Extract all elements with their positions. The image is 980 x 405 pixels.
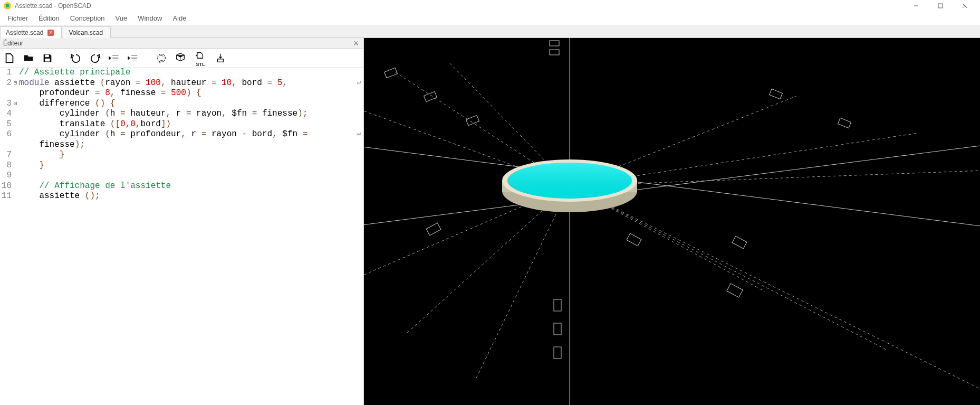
svg-rect-8 [45, 54, 49, 57]
unindent-icon[interactable] [108, 52, 120, 64]
code-line[interactable]: // Assiette principale [19, 68, 363, 78]
rendered-plate [502, 159, 637, 212]
editor-panel-title: Éditeur [3, 40, 23, 47]
fold-gutter[interactable]: ⊟⊟ [14, 68, 19, 405]
file-tab-bar: Assiette.scad Volcan.scad [0, 25, 980, 38]
code-line[interactable]: module assiette (rayon = 100, hauteur = … [19, 78, 363, 89]
redo-icon[interactable] [89, 52, 101, 64]
save-file-icon[interactable] [41, 52, 54, 64]
menu-vue[interactable]: Vue [110, 12, 133, 24]
menu-edition[interactable]: Édition [33, 12, 65, 24]
undo-icon[interactable] [70, 52, 82, 64]
open-file-icon[interactable] [22, 52, 35, 64]
code-line[interactable]: } [19, 150, 363, 161]
code-line[interactable]: assiette (); [19, 191, 363, 202]
close-panel-button[interactable] [352, 39, 360, 48]
tab-label: Assiette.scad [6, 29, 43, 36]
main-split: Éditeur [0, 38, 980, 405]
app-icon [3, 2, 12, 10]
code-text[interactable]: // Assiette principalemodule assiette (r… [19, 68, 363, 405]
tab-label: Volcan.scad [69, 29, 103, 36]
window-title: Assiette.scad - OpenSCAD [15, 2, 91, 10]
line-number-gutter: 1234567891011 [0, 68, 14, 405]
close-window-button[interactable] [953, 0, 977, 12]
minimize-button[interactable] [904, 0, 928, 12]
code-line[interactable]: cylinder (h = profondeur, r = rayon - bo… [19, 129, 363, 140]
code-line[interactable]: difference () { [19, 99, 363, 109]
code-line[interactable]: profondeur = 8, finesse = 500) { [19, 88, 363, 99]
wrap-indicator-icon: ↩ [357, 78, 361, 89]
code-editor[interactable]: 1234567891011 ⊟⊟ // Assiette principalem… [0, 68, 363, 405]
indent-icon[interactable] [127, 52, 139, 64]
menu-window[interactable]: Window [132, 12, 167, 24]
code-line[interactable]: cylinder (h = hauteur, r = rayon, $fn = … [19, 109, 363, 119]
wrap-indicator-icon: ↩ [357, 129, 361, 140]
editor-toolbar: » STL [0, 49, 363, 68]
svg-rect-12 [218, 59, 224, 62]
menu-conception[interactable]: Conception [65, 12, 110, 24]
new-file-icon[interactable] [3, 52, 16, 64]
stl-label: STL [196, 62, 205, 67]
tab-volcan[interactable]: Volcan.scad [63, 26, 111, 38]
code-line[interactable]: // Affichage de l'assiette [19, 181, 363, 192]
render-icon[interactable] [174, 52, 187, 64]
tab-assiette[interactable]: Assiette.scad [0, 26, 62, 38]
svg-rect-1 [6, 4, 9, 7]
export-stl-icon[interactable]: STL [193, 52, 208, 64]
editor-pane: Éditeur [0, 38, 364, 405]
code-line[interactable] [19, 171, 363, 181]
code-line[interactable]: } [19, 161, 363, 171]
svg-rect-3 [938, 4, 943, 8]
maximize-button[interactable] [928, 0, 953, 12]
code-line[interactable]: finesse); [19, 140, 363, 150]
3d-viewport[interactable] [364, 38, 980, 405]
svg-rect-13 [364, 38, 980, 405]
send-3d-icon[interactable] [214, 52, 227, 64]
svg-point-47 [507, 163, 632, 199]
title-bar: Assiette.scad - OpenSCAD [0, 0, 980, 12]
code-line[interactable]: translate ([0,0,bord]) [19, 119, 363, 130]
editor-panel-header: Éditeur [0, 38, 363, 49]
menu-bar: Fichier Édition Conception Vue Window Ai… [0, 12, 980, 25]
menu-fichier[interactable]: Fichier [2, 12, 33, 24]
close-tab-button[interactable] [47, 30, 54, 36]
preview-icon[interactable]: » [155, 52, 168, 64]
svg-text:»: » [159, 60, 161, 64]
menu-aide[interactable]: Aide [167, 12, 191, 24]
svg-rect-9 [45, 58, 50, 61]
